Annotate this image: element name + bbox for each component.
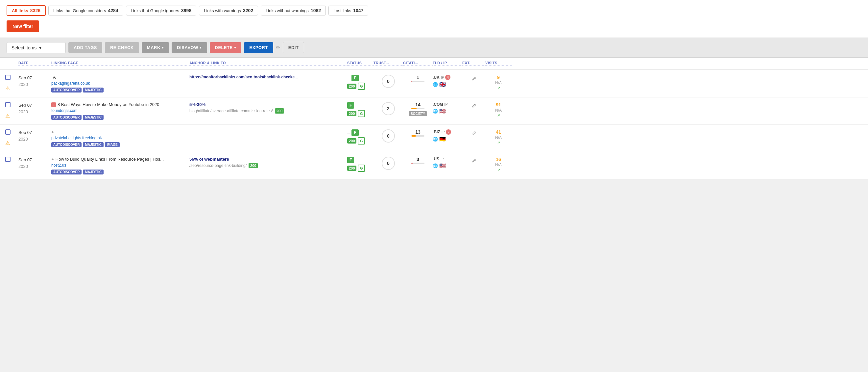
disavow-button[interactable]: DISAVOW ▾ (172, 42, 207, 53)
filter-tab-lost[interactable]: Lost links 1047 (329, 6, 368, 16)
trend-icon: ↗ (497, 86, 500, 90)
citation-cell-2: 13 (403, 130, 433, 137)
date-cell-1: Sep 07 2020 (19, 102, 51, 115)
th-citation[interactable]: CITATI... (403, 61, 433, 66)
anchor-cell-1: 5%-30% blog/affiliate/average-affiliate-… (189, 102, 347, 114)
g-badge: G (358, 165, 365, 172)
citation-cell-1: 14 SOCIETY (403, 102, 433, 116)
page-url-link-3[interactable]: host2.us (51, 163, 189, 168)
ellipsis-badge: ... (347, 76, 350, 80)
page-url-link-2[interactable]: privatelabelrights.freeblog.biz (51, 136, 189, 140)
link-cell-2: ● privatelabelrights.freeblog.biz AUTODI… (51, 130, 189, 147)
filter-tab-considers[interactable]: Links that Google considers 4284 (48, 6, 123, 16)
trust-cell-1: 2 (373, 102, 403, 115)
export-button[interactable]: EXPORT (244, 42, 273, 53)
external-link-icon[interactable]: ⇒ (469, 156, 478, 165)
external-link-icon[interactable]: ⇒ (469, 102, 478, 110)
tags-0: AUTODISCOVERMAJESTIC (51, 88, 189, 92)
select-items-dropdown[interactable]: Select items ▾ (7, 42, 66, 53)
ext-cell-3: ⇒ (462, 157, 485, 164)
new-filter-button[interactable]: New filter (7, 21, 39, 32)
status-code-badge: 200 (249, 163, 258, 168)
table-container: DATE LINKING PAGE ANCHOR & LINK TO STATU… (0, 58, 868, 179)
tag-majestic: MAJESTIC (83, 142, 103, 147)
edit-button[interactable]: EDIT (283, 42, 305, 53)
flag-icon: 🇺🇸 (439, 163, 446, 169)
checkbox-cell-3 (5, 157, 19, 162)
warning-icon: ⚠ (5, 85, 10, 91)
filter-tab-warnings[interactable]: Links with warnings 3202 (199, 6, 258, 16)
tag-autodiscover: AUTODISCOVER (51, 142, 82, 147)
table-row: ⚠ Sep 07 2020 F 8 Best Ways How to Make … (0, 97, 868, 125)
th-date[interactable]: DATE (19, 61, 51, 66)
add-tags-button[interactable]: ADD TAGS (68, 42, 102, 53)
citation-bar (411, 108, 425, 109)
recheck-button[interactable]: RE CHECK (105, 42, 139, 53)
tag-image: IMAGE (105, 142, 120, 147)
ip-count-badge: 2 (446, 130, 451, 135)
th-status[interactable]: STATUS (347, 61, 373, 66)
table-body: ⚠ Sep 07 2020 A packagingarena.co.uk AUT… (0, 70, 868, 179)
globe-icon: 🌐 (433, 109, 438, 114)
citation-cell-3: 3 (403, 157, 433, 164)
tags-1: AUTODISCOVERMAJESTIC (51, 115, 189, 120)
trust-score: 0 (382, 75, 395, 88)
th-visits[interactable]: VISITS (485, 61, 512, 66)
mark-arrow-icon: ▾ (162, 46, 164, 50)
toolbar: Select items ▾ ADD TAGS RE CHECK MARK ▾ … (0, 38, 868, 58)
link-cell-3: ● How to Build Quality Links From Resour… (51, 157, 189, 174)
external-link-icon[interactable]: ⇒ (469, 74, 478, 83)
row-checkbox-2[interactable] (5, 130, 10, 135)
anchor-cell-0: https://monitorbacklinks.com/seo-tools/b… (189, 75, 347, 79)
status-200-badge: 200 (347, 138, 356, 144)
f-badge: F (347, 157, 354, 163)
table-row: ⚠ Sep 07 2020 A packagingarena.co.uk AUT… (0, 70, 868, 97)
delete-arrow-icon: ▾ (234, 46, 237, 50)
date-cell-2: Sep 07 2020 (19, 130, 51, 142)
flag-icon: 🇺🇸 (439, 108, 446, 114)
trust-score: 0 (382, 157, 395, 170)
favicon-icon: ● (51, 157, 54, 162)
globe-icon: 🌐 (433, 82, 438, 87)
trust-score: 2 (382, 102, 395, 115)
row-checkbox-1[interactable] (5, 102, 10, 107)
row-checkbox-3[interactable] (5, 157, 10, 162)
status-cell-1: F 200 G (347, 102, 373, 117)
g-badge: G (358, 110, 365, 117)
tld-cell-3: .US IP 🌐 🇺🇸 (433, 157, 462, 169)
th-tld-ip[interactable]: TLD / IP (433, 61, 462, 66)
trend-icon: ↗ (497, 168, 500, 172)
th-trust[interactable]: TRUST... (373, 61, 403, 66)
date-cell-3: Sep 07 2020 (19, 157, 51, 170)
pencil-icon: ✏ (276, 45, 280, 51)
filter-tab-all[interactable]: All links 8326 (7, 5, 46, 16)
flag-icon: 🇬🇧 (439, 81, 446, 88)
status-cell-2: ... F 200 G (347, 130, 373, 145)
warning-icon: ⚠ (5, 113, 10, 119)
status-cell-3: F 200 G (347, 157, 373, 172)
citation-cell-0: 1 (403, 75, 433, 82)
th-linking-page[interactable]: LINKING PAGE (51, 61, 189, 66)
checkbox-cell-0: ⚠ (5, 75, 19, 91)
tags-2: AUTODISCOVERMAJESTICIMAGE (51, 142, 189, 147)
th-anchor-link[interactable]: ANCHOR & LINK TO (189, 61, 347, 66)
status-code-badge: 200 (275, 108, 284, 114)
trust-cell-0: 0 (373, 75, 403, 88)
mark-button[interactable]: MARK ▾ (142, 42, 169, 53)
filter-tab-ignores[interactable]: Links that Google ignores 3998 (126, 6, 197, 16)
filter-tab-no_warnings[interactable]: Links without warnings 1082 (261, 6, 326, 16)
disavow-arrow-icon: ▾ (199, 46, 202, 50)
chevron-down-icon: ▾ (39, 45, 41, 50)
link-cell-1: F 8 Best Ways How to Make Money on Youtu… (51, 102, 189, 120)
row-checkbox-0[interactable] (5, 75, 10, 80)
trust-score: 0 (382, 130, 395, 143)
warning-icon: ⚠ (5, 140, 10, 146)
tag-majestic: MAJESTIC (83, 88, 103, 92)
page-url-link-1[interactable]: founderjar.com (51, 108, 189, 113)
delete-button[interactable]: DELETE ▾ (210, 42, 242, 53)
external-link-icon[interactable]: ⇒ (469, 129, 478, 137)
th-ext[interactable]: EXT. (462, 61, 485, 66)
trend-icon: ↗ (497, 113, 500, 117)
page-url-link-0[interactable]: packagingarena.co.uk (51, 81, 189, 86)
status-200-badge: 200 (347, 84, 356, 89)
